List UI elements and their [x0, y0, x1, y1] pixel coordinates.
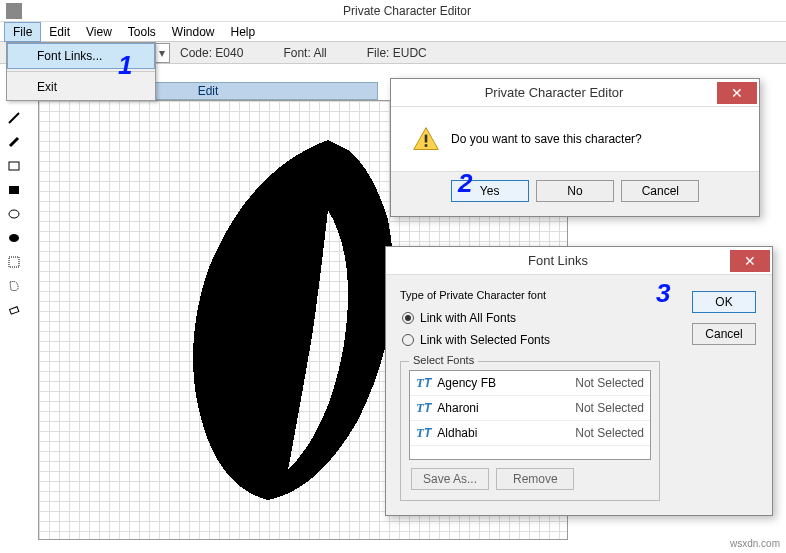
- file-menu-exit[interactable]: Exit: [7, 74, 155, 100]
- svg-rect-2: [9, 162, 19, 170]
- dialog-titlebar: Private Character Editor ✕: [391, 79, 759, 107]
- cancel-button[interactable]: Cancel: [692, 323, 756, 345]
- no-button[interactable]: No: [536, 180, 614, 202]
- truetype-icon: TT: [416, 400, 431, 416]
- menu-separator: [7, 71, 155, 72]
- brush-tool-icon[interactable]: [4, 132, 24, 152]
- font-status: Not Selected: [575, 401, 644, 415]
- radio-link-all-fonts[interactable]: Link with All Fonts: [400, 307, 660, 329]
- cancel-button[interactable]: Cancel: [621, 180, 699, 202]
- ellipse-fill-tool-icon[interactable]: [4, 228, 24, 248]
- dialog-message: Do you want to save this character?: [451, 132, 642, 146]
- annotation-1: 1: [118, 50, 132, 81]
- window-title: Private Character Editor: [28, 4, 786, 18]
- eraser-tool-icon[interactable]: [4, 300, 24, 320]
- watermark: wsxdn.com: [730, 538, 780, 549]
- truetype-icon: TT: [416, 425, 431, 441]
- rectangle-fill-tool-icon[interactable]: [4, 180, 24, 200]
- select-fonts-label: Select Fonts: [409, 354, 478, 366]
- save-confirmation-dialog: Private Character Editor ✕ Do you want t…: [390, 78, 760, 217]
- file-menu-popup: Font Links... Exit: [6, 42, 156, 101]
- svg-point-5: [9, 234, 19, 242]
- file-label: File: EUDC: [367, 46, 427, 60]
- svg-rect-8: [425, 135, 428, 143]
- close-button[interactable]: ✕: [730, 250, 770, 272]
- font-status: Not Selected: [575, 426, 644, 440]
- svg-line-1: [10, 138, 18, 146]
- menu-bar: File Edit View Tools Window Help: [0, 22, 786, 42]
- radio-icon: [402, 334, 414, 346]
- pencil-tool-icon[interactable]: [4, 108, 24, 128]
- menu-tools[interactable]: Tools: [120, 23, 164, 41]
- font-row[interactable]: TT Agency FB Not Selected: [410, 371, 650, 396]
- svg-rect-7: [10, 307, 19, 314]
- drawing-toolbox: [4, 108, 26, 320]
- radio-label: Link with All Fonts: [420, 311, 516, 325]
- menu-help[interactable]: Help: [223, 23, 264, 41]
- ok-button[interactable]: OK: [692, 291, 756, 313]
- font-list[interactable]: TT Agency FB Not Selected TT Aharoni Not…: [409, 370, 651, 460]
- dialog-title: Font Links: [386, 253, 730, 268]
- rectangle-outline-tool-icon[interactable]: [4, 156, 24, 176]
- svg-rect-6: [9, 257, 19, 267]
- font-links-dialog: Font Links ✕ OK Cancel Type of Private C…: [385, 246, 773, 516]
- menu-window[interactable]: Window: [164, 23, 223, 41]
- radio-label: Link with Selected Fonts: [420, 333, 550, 347]
- menu-view[interactable]: View: [78, 23, 120, 41]
- svg-rect-3: [9, 186, 19, 194]
- select-free-tool-icon[interactable]: [4, 276, 24, 296]
- font-status: Not Selected: [575, 376, 644, 390]
- font-name: Agency FB: [437, 376, 575, 390]
- font-name: Aharoni: [437, 401, 575, 415]
- font-row[interactable]: TT Aharoni Not Selected: [410, 396, 650, 421]
- window-titlebar: Private Character Editor: [0, 0, 786, 22]
- menu-file[interactable]: File: [4, 22, 41, 42]
- remove-button[interactable]: Remove: [496, 468, 574, 490]
- radio-link-selected-fonts[interactable]: Link with Selected Fonts: [400, 329, 660, 351]
- annotation-3: 3: [656, 278, 670, 309]
- file-menu-font-links[interactable]: Font Links...: [7, 43, 155, 69]
- font-row[interactable]: TT Aldhabi Not Selected: [410, 421, 650, 446]
- svg-line-0: [9, 113, 19, 123]
- app-icon: [6, 3, 22, 19]
- select-rect-tool-icon[interactable]: [4, 252, 24, 272]
- dialog-titlebar: Font Links ✕: [386, 247, 772, 275]
- font-label: Font: All: [283, 46, 326, 60]
- code-label: Code: E040: [180, 46, 243, 60]
- ellipse-outline-tool-icon[interactable]: [4, 204, 24, 224]
- annotation-2: 2: [458, 168, 472, 199]
- link-type-group-label: Type of Private Character font: [400, 289, 660, 301]
- dialog-title: Private Character Editor: [391, 85, 717, 100]
- radio-icon: [402, 312, 414, 324]
- close-button[interactable]: ✕: [717, 82, 757, 104]
- truetype-icon: TT: [416, 375, 431, 391]
- svg-rect-9: [425, 144, 428, 147]
- menu-edit[interactable]: Edit: [41, 23, 78, 41]
- svg-point-4: [9, 210, 19, 218]
- warning-icon: [411, 125, 441, 153]
- save-as-button[interactable]: Save As...: [411, 468, 489, 490]
- font-name: Aldhabi: [437, 426, 575, 440]
